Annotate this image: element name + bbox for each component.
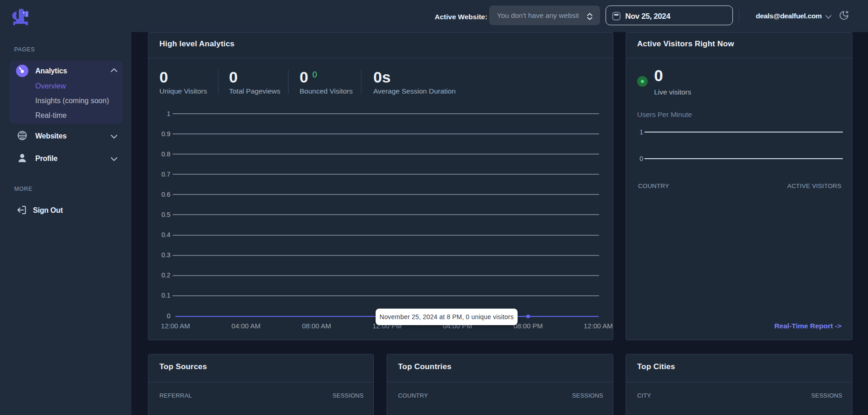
svg-text:1: 1 xyxy=(167,110,170,117)
svg-text:04:00 AM: 04:00 AM xyxy=(231,322,260,330)
svg-text:0.4: 0.4 xyxy=(162,231,171,238)
svg-text:0: 0 xyxy=(639,155,643,162)
svg-text:12:00 AM: 12:00 AM xyxy=(584,322,612,330)
svg-text:0.2: 0.2 xyxy=(162,271,171,279)
svg-text:0.7: 0.7 xyxy=(162,171,171,178)
svg-text:08:00 AM: 08:00 AM xyxy=(302,322,331,330)
svg-text:0.9: 0.9 xyxy=(162,130,171,138)
svg-text:0.3: 0.3 xyxy=(162,251,171,259)
svg-text:0: 0 xyxy=(167,312,170,320)
svg-text:0.6: 0.6 xyxy=(162,191,171,198)
svg-text:08:00 PM: 08:00 PM xyxy=(513,322,543,330)
svg-text:1: 1 xyxy=(639,128,643,136)
svg-text:0.1: 0.1 xyxy=(162,292,171,299)
svg-text:0.8: 0.8 xyxy=(162,150,171,158)
svg-text:www: www xyxy=(18,133,26,138)
svg-text:0.5: 0.5 xyxy=(162,211,171,218)
svg-text:12:00 AM: 12:00 AM xyxy=(161,322,190,330)
